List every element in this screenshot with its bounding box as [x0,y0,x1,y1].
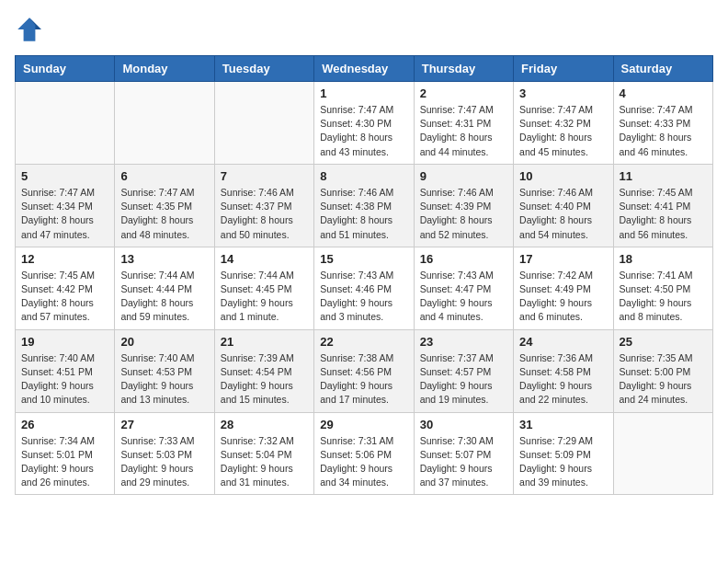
calendar-cell: 23Sunrise: 7:37 AM Sunset: 4:57 PM Dayli… [414,329,513,412]
calendar-week-row: 1Sunrise: 7:47 AM Sunset: 4:30 PM Daylig… [16,82,713,165]
calendar-week-row: 5Sunrise: 7:47 AM Sunset: 4:34 PM Daylig… [16,164,713,247]
day-info: Sunrise: 7:47 AM Sunset: 4:30 PM Dayligh… [320,103,407,159]
day-info: Sunrise: 7:47 AM Sunset: 4:31 PM Dayligh… [420,103,507,159]
calendar-cell: 4Sunrise: 7:47 AM Sunset: 4:33 PM Daylig… [613,82,712,165]
day-header-saturday: Saturday [613,56,712,82]
day-number: 6 [120,169,208,183]
day-number: 28 [221,418,308,431]
day-info: Sunrise: 7:30 AM Sunset: 5:07 PM Dayligh… [420,434,507,490]
day-number: 3 [519,86,607,100]
calendar-cell: 3Sunrise: 7:47 AM Sunset: 4:32 PM Daylig… [514,82,613,165]
calendar-cell: 7Sunrise: 7:46 AM Sunset: 4:37 PM Daylig… [214,164,313,247]
day-info: Sunrise: 7:44 AM Sunset: 4:44 PM Dayligh… [120,269,208,325]
day-number: 7 [221,169,308,183]
day-number: 4 [620,86,707,100]
day-info: Sunrise: 7:43 AM Sunset: 4:47 PM Dayligh… [420,269,507,325]
day-info: Sunrise: 7:46 AM Sunset: 4:37 PM Dayligh… [221,186,308,242]
calendar-cell: 16Sunrise: 7:43 AM Sunset: 4:47 PM Dayli… [414,247,513,329]
day-info: Sunrise: 7:47 AM Sunset: 4:35 PM Dayligh… [120,186,208,242]
day-number: 16 [420,252,507,266]
day-info: Sunrise: 7:44 AM Sunset: 4:45 PM Dayligh… [221,269,308,325]
calendar-cell: 29Sunrise: 7:31 AM Sunset: 5:06 PM Dayli… [314,412,414,495]
day-number: 18 [620,252,707,266]
calendar-cell: 24Sunrise: 7:36 AM Sunset: 4:58 PM Dayli… [514,329,613,412]
day-number: 13 [120,252,208,266]
day-number: 22 [320,335,407,349]
calendar-cell: 27Sunrise: 7:33 AM Sunset: 5:03 PM Dayli… [115,412,214,495]
day-info: Sunrise: 7:40 AM Sunset: 4:53 PM Dayligh… [120,351,208,408]
day-info: Sunrise: 7:31 AM Sunset: 5:06 PM Dayligh… [320,434,407,490]
day-header-friday: Friday [514,56,613,82]
calendar-header-row: SundayMondayTuesdayWednesdayThursdayFrid… [16,56,713,82]
calendar-table: SundayMondayTuesdayWednesdayThursdayFrid… [15,55,713,495]
day-number: 11 [620,169,707,183]
day-info: Sunrise: 7:47 AM Sunset: 4:32 PM Dayligh… [519,103,607,159]
calendar-cell [613,412,712,495]
calendar-cell [115,82,214,165]
day-info: Sunrise: 7:46 AM Sunset: 4:40 PM Dayligh… [519,186,607,242]
day-number: 27 [120,418,208,431]
calendar-cell: 28Sunrise: 7:32 AM Sunset: 5:04 PM Dayli… [214,412,313,495]
calendar-cell: 1Sunrise: 7:47 AM Sunset: 4:30 PM Daylig… [314,82,414,165]
day-header-sunday: Sunday [16,56,115,82]
day-info: Sunrise: 7:46 AM Sunset: 4:39 PM Dayligh… [420,186,507,242]
day-header-tuesday: Tuesday [214,56,313,82]
logo-icon [15,15,44,44]
calendar-cell: 21Sunrise: 7:39 AM Sunset: 4:54 PM Dayli… [214,329,313,412]
calendar-cell: 20Sunrise: 7:40 AM Sunset: 4:53 PM Dayli… [115,329,214,412]
day-info: Sunrise: 7:41 AM Sunset: 4:50 PM Dayligh… [620,269,707,325]
day-number: 17 [519,252,607,266]
day-number: 8 [320,169,407,183]
day-info: Sunrise: 7:37 AM Sunset: 4:57 PM Dayligh… [420,351,507,408]
day-info: Sunrise: 7:33 AM Sunset: 5:03 PM Dayligh… [120,434,208,490]
day-info: Sunrise: 7:34 AM Sunset: 5:01 PM Dayligh… [21,434,108,490]
calendar-cell: 12Sunrise: 7:45 AM Sunset: 4:42 PM Dayli… [16,247,115,329]
calendar-cell: 18Sunrise: 7:41 AM Sunset: 4:50 PM Dayli… [613,247,712,329]
day-info: Sunrise: 7:35 AM Sunset: 5:00 PM Dayligh… [620,351,707,408]
day-number: 20 [120,335,208,349]
day-number: 25 [620,335,707,349]
calendar-cell: 30Sunrise: 7:30 AM Sunset: 5:07 PM Dayli… [414,412,513,495]
day-number: 9 [420,169,507,183]
day-number: 5 [21,169,108,183]
day-header-wednesday: Wednesday [314,56,414,82]
calendar-cell: 6Sunrise: 7:47 AM Sunset: 4:35 PM Daylig… [115,164,214,247]
calendar-cell: 10Sunrise: 7:46 AM Sunset: 4:40 PM Dayli… [514,164,613,247]
day-info: Sunrise: 7:45 AM Sunset: 4:41 PM Dayligh… [620,186,707,242]
calendar-week-row: 19Sunrise: 7:40 AM Sunset: 4:51 PM Dayli… [16,329,713,412]
day-number: 14 [221,252,308,266]
calendar-cell [214,82,313,165]
page-header [15,15,713,44]
day-info: Sunrise: 7:36 AM Sunset: 4:58 PM Dayligh… [519,351,607,408]
day-number: 21 [221,335,308,349]
calendar-cell: 5Sunrise: 7:47 AM Sunset: 4:34 PM Daylig… [16,164,115,247]
calendar-cell: 13Sunrise: 7:44 AM Sunset: 4:44 PM Dayli… [115,247,214,329]
day-number: 31 [519,418,607,431]
day-info: Sunrise: 7:47 AM Sunset: 4:34 PM Dayligh… [21,186,108,242]
calendar-cell: 11Sunrise: 7:45 AM Sunset: 4:41 PM Dayli… [613,164,712,247]
day-info: Sunrise: 7:42 AM Sunset: 4:49 PM Dayligh… [519,269,607,325]
calendar-cell: 26Sunrise: 7:34 AM Sunset: 5:01 PM Dayli… [16,412,115,495]
logo [15,15,48,44]
day-info: Sunrise: 7:29 AM Sunset: 5:09 PM Dayligh… [519,434,607,490]
day-number: 29 [320,418,407,431]
day-info: Sunrise: 7:40 AM Sunset: 4:51 PM Dayligh… [21,351,108,408]
calendar-week-row: 26Sunrise: 7:34 AM Sunset: 5:01 PM Dayli… [16,412,713,495]
calendar-cell: 31Sunrise: 7:29 AM Sunset: 5:09 PM Dayli… [514,412,613,495]
day-number: 24 [519,335,607,349]
calendar-cell: 22Sunrise: 7:38 AM Sunset: 4:56 PM Dayli… [314,329,414,412]
day-number: 23 [420,335,507,349]
calendar-cell: 17Sunrise: 7:42 AM Sunset: 4:49 PM Dayli… [514,247,613,329]
day-number: 26 [21,418,108,431]
day-number: 10 [519,169,607,183]
day-header-thursday: Thursday [414,56,513,82]
calendar-cell: 14Sunrise: 7:44 AM Sunset: 4:45 PM Dayli… [214,247,313,329]
calendar-cell [16,82,115,165]
calendar-cell: 9Sunrise: 7:46 AM Sunset: 4:39 PM Daylig… [414,164,513,247]
day-info: Sunrise: 7:46 AM Sunset: 4:38 PM Dayligh… [320,186,407,242]
day-info: Sunrise: 7:38 AM Sunset: 4:56 PM Dayligh… [320,351,407,408]
calendar-cell: 15Sunrise: 7:43 AM Sunset: 4:46 PM Dayli… [314,247,414,329]
day-info: Sunrise: 7:45 AM Sunset: 4:42 PM Dayligh… [21,269,108,325]
day-info: Sunrise: 7:39 AM Sunset: 4:54 PM Dayligh… [221,351,308,408]
day-number: 1 [320,86,407,100]
